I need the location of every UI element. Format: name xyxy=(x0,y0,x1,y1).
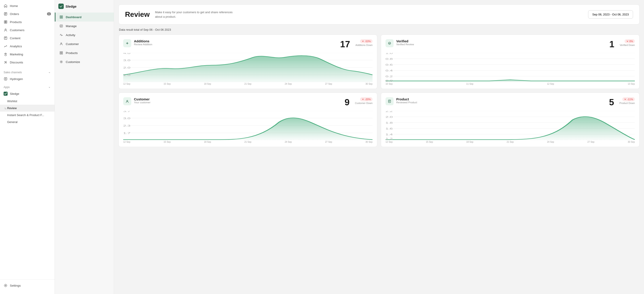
sidebar-item-sledge[interactable]: Sledge xyxy=(0,90,54,98)
sidebar-item-wishlist[interactable]: Wishlist xyxy=(0,98,54,105)
sidebar-nav: Home Orders 1 Products Customers Conte xyxy=(0,0,54,68)
sidebar-item-settings[interactable]: Settings xyxy=(0,281,54,289)
nav-item-activity[interactable]: Activity xyxy=(55,31,114,39)
settings-icon xyxy=(4,283,8,287)
svg-rect-20 xyxy=(62,52,62,53)
sidebar-item-discounts[interactable]: Discounts xyxy=(0,58,54,66)
verified-title: Verified xyxy=(396,39,604,43)
svg-text:3.0: 3.0 xyxy=(123,117,130,120)
nav-item-customer[interactable]: Customer xyxy=(55,39,114,48)
product-subtitle: Reviewed Product xyxy=(396,101,604,104)
manage-icon xyxy=(59,24,64,28)
additions-number: 17 xyxy=(340,39,350,49)
nav-item-customize[interactable]: Customize xyxy=(55,57,114,66)
sidebar-item-analytics[interactable]: Analytics xyxy=(0,42,54,50)
customer-badge-container: -20% Customer Down xyxy=(355,97,372,104)
svg-text:0.4: 0.4 xyxy=(386,69,393,72)
review-title: Review xyxy=(125,10,150,19)
review-description: Make it easy for your customers to get a… xyxy=(155,10,236,19)
svg-text:1.6: 1.6 xyxy=(386,127,393,130)
customer-x-labels: 12 Sep 15 Sep 18 Sep 21 Sep 24 Sep 27 Se… xyxy=(123,140,372,143)
sidebar-item-customers[interactable]: Customers xyxy=(0,26,54,34)
additions-badge: -53% xyxy=(360,39,372,43)
svg-text:3.0: 3.0 xyxy=(123,59,130,62)
svg-point-7 xyxy=(5,54,6,55)
sales-channels-section: Sales channels xyxy=(0,68,54,75)
verified-badge-label: Verified Down xyxy=(620,44,635,46)
svg-text:1.7: 1.7 xyxy=(123,132,130,134)
verified-number: 1 xyxy=(609,39,614,49)
svg-text:2.2: 2.2 xyxy=(386,111,393,112)
discounts-icon xyxy=(4,60,8,64)
customize-icon xyxy=(59,60,64,64)
svg-text:1.0: 1.0 xyxy=(386,53,393,54)
product-x-labels: 12 Sep 15 Sep 18 Sep 21 Sep 24 Sep 27 Se… xyxy=(386,140,635,143)
svg-rect-3 xyxy=(4,22,6,24)
svg-rect-1 xyxy=(4,21,6,22)
additions-title: Additions xyxy=(134,39,335,43)
customer-subtitle: Your customer xyxy=(134,101,339,104)
verified-chart: 1.0 0.8 0.6 0.4 0.2 0.0 10 Sep 11 Sep 12… xyxy=(386,53,635,89)
svg-text:3.7: 3.7 xyxy=(123,111,130,112)
additions-info: Additions Review Addition xyxy=(134,39,335,46)
customer-chart: 3.7 3.0 2.3 1.7 12 Sep 15 Sep 18 Sep 21 … xyxy=(123,111,372,147)
verified-x-labels: 10 Sep 11 Sep 12 Sep 13 Sep xyxy=(386,82,635,85)
svg-text:2.0: 2.0 xyxy=(386,116,393,118)
analytics-icon xyxy=(4,44,8,48)
svg-point-23 xyxy=(61,61,62,62)
verified-badge: 0% xyxy=(624,39,635,43)
sidebar: Home Orders 1 Products Customers Conte xyxy=(0,0,55,294)
verified-icon xyxy=(386,39,394,47)
sidebar-item-marketing[interactable]: Marketing xyxy=(0,50,54,58)
svg-point-12 xyxy=(5,285,6,286)
additions-badge-container: -53% Additions Down xyxy=(356,39,372,46)
apps-section: Apps xyxy=(0,83,54,90)
sidebar-item-hydrogen[interactable]: Hydrogen xyxy=(0,75,54,83)
review-header-card: Review Make it easy for your customers t… xyxy=(118,5,640,25)
product-badge-container: -11% Product Down xyxy=(620,97,635,104)
verified-header: Verified Verified Review 1 0% Verified D… xyxy=(386,39,635,49)
svg-text:2.0: 2.0 xyxy=(123,67,130,69)
svg-text:1.4: 1.4 xyxy=(386,133,393,136)
svg-rect-16 xyxy=(62,17,62,18)
additions-x-labels: 12 Sep 15 Sep 18 Sep 21 Sep 24 Sep 27 Se… xyxy=(123,82,372,85)
customers-icon xyxy=(4,28,8,32)
date-range-button[interactable]: Sep 06, 2023 - Oct 06, 2023 xyxy=(588,10,633,19)
svg-text:4.0: 4.0 xyxy=(123,53,130,54)
sidebar-item-general[interactable]: General xyxy=(0,118,54,125)
product-badge-label: Product Down xyxy=(620,102,635,104)
product-badge: -11% xyxy=(622,97,635,101)
product-info: Product Reviewed Product xyxy=(396,97,604,104)
additions-subtitle: Review Addition xyxy=(134,43,335,46)
svg-rect-19 xyxy=(60,52,61,53)
svg-text:1.2: 1.2 xyxy=(386,137,393,140)
sidebar-item-content[interactable]: Content xyxy=(0,34,54,42)
sidebar-item-review[interactable]: Review xyxy=(0,105,54,112)
activity-icon xyxy=(59,33,64,37)
svg-text:0.6: 0.6 xyxy=(386,64,393,66)
app-header: Sledge xyxy=(55,4,114,13)
products-icon xyxy=(4,20,8,24)
product-header: Product Reviewed Product 5 -11% Product … xyxy=(386,97,635,107)
product-title: Product xyxy=(396,97,604,101)
product-card-icon xyxy=(386,97,394,105)
review-title-block: Review xyxy=(125,10,150,19)
orders-icon xyxy=(4,12,8,16)
app-name: Sledge xyxy=(66,5,76,8)
verified-subtitle: Verified Review xyxy=(396,43,604,46)
sidebar-item-instant-search[interactable]: Instant Search & Product F... xyxy=(0,112,54,118)
customer-badge-label: Customer Down xyxy=(355,102,372,104)
marketing-icon xyxy=(4,52,8,56)
customer-card: Customer Your customer 9 -20% Customer D… xyxy=(118,93,377,147)
hydrogen-icon xyxy=(4,77,8,81)
sledge-app-icon xyxy=(4,92,8,96)
nav-item-products[interactable]: Products xyxy=(55,48,114,57)
svg-point-8 xyxy=(5,61,5,62)
sidebar-item-products[interactable]: Products xyxy=(0,18,54,26)
nav-item-manage[interactable]: Manage xyxy=(55,22,114,31)
nav-item-dashboard[interactable]: Dashboard xyxy=(55,13,114,22)
svg-point-18 xyxy=(61,43,62,44)
sidebar-item-home[interactable]: Home xyxy=(0,2,54,10)
sidebar-item-orders[interactable]: Orders 1 xyxy=(0,10,54,18)
svg-rect-14 xyxy=(62,16,62,17)
